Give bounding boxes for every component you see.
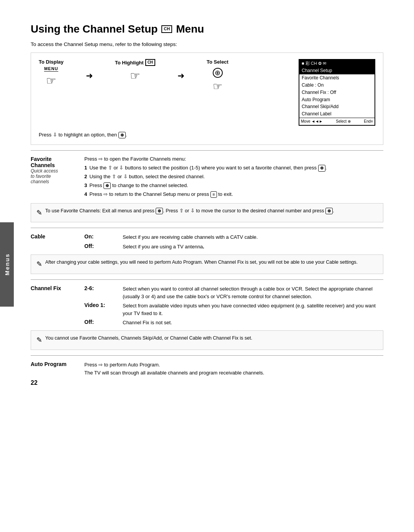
menu-item-channel-fix: Channel Fix : Off bbox=[299, 89, 375, 96]
favorite-step-1: 1 Use the ⇧ or ⇩ buttons to select the p… bbox=[84, 164, 383, 172]
menu-item-favorite: Favorite Channels bbox=[299, 74, 375, 82]
auto-program-desc1: Press ⇨ to perform Auto Program. bbox=[84, 361, 383, 369]
channel-menu-footer: Move ◄◄► Select ⊕ End≡ bbox=[299, 118, 375, 125]
intro-text: To access the Channel Setup menu, refer … bbox=[31, 41, 383, 47]
footer-end: End≡ bbox=[364, 119, 373, 124]
channel-fix-26-desc: Select when you want to control all chan… bbox=[123, 285, 383, 300]
auto-program-title: Auto Program bbox=[31, 361, 80, 377]
menu-item-auto-program: Auto Program bbox=[299, 96, 375, 103]
favorite-channels-title: FavoriteChannels bbox=[31, 156, 80, 168]
ch-highlight-icon: CH bbox=[145, 59, 155, 66]
cable-off-key: Off: bbox=[84, 243, 119, 251]
to-display-col: To Display MENU ☞ bbox=[39, 59, 64, 87]
menu-btn: ≡ bbox=[210, 191, 217, 198]
steps-row: To Display MENU ☞ ➜ To Highlight CH ☞ ➜ bbox=[39, 59, 375, 126]
footer-move: Move ◄◄► bbox=[301, 119, 323, 124]
cable-off-desc: Select if you are using a TV antenna. bbox=[123, 243, 383, 251]
page-number: 22 bbox=[31, 379, 38, 386]
divider-2 bbox=[31, 228, 383, 228]
plus-btn-note2: ⊕ bbox=[325, 208, 333, 214]
note-icon-2: ✎ bbox=[36, 259, 42, 270]
side-tab-label: Menus bbox=[4, 253, 10, 276]
arrow-1: ➜ bbox=[86, 71, 93, 81]
plus-btn-3: ⊕ bbox=[104, 182, 111, 189]
menu-item-cable: Cable : On bbox=[299, 82, 375, 89]
menu-item-channel-label: Channel Label bbox=[299, 110, 375, 118]
favorite-step-2: 2 Using the ⇧ or ⇩ button, select the de… bbox=[84, 173, 383, 181]
hand-menu-icon: ☞ bbox=[46, 74, 56, 87]
channel-fix-note-text: You cannot use Favorite Channels, Channe… bbox=[45, 335, 252, 346]
side-tab: Menus bbox=[0, 222, 14, 307]
cable-on-key: On: bbox=[84, 233, 119, 241]
plus-icon: ⊕ bbox=[213, 68, 223, 78]
plus-btn-note: ⊕ bbox=[156, 208, 163, 214]
to-highlight-label: To Highlight bbox=[115, 60, 144, 66]
hand-select-icon: ☞ bbox=[213, 80, 222, 93]
favorite-note: ✎ To use Favorite Channels: Exit all men… bbox=[31, 203, 383, 223]
channel-fix-video-key: Video 1: bbox=[84, 302, 119, 317]
favorite-step-3: 3 Press ⊕ to change to the channel selec… bbox=[84, 182, 383, 190]
channel-fix-note: ✎ You cannot use Favorite Channels, Chan… bbox=[31, 330, 383, 350]
auto-program-content: Press ⇨ to perform Auto Program. The TV … bbox=[84, 361, 383, 377]
divider-1 bbox=[31, 150, 383, 151]
channel-fix-off-key: Off: bbox=[84, 319, 119, 327]
divider-4 bbox=[31, 355, 383, 356]
menu-text: MENU bbox=[44, 66, 58, 72]
to-highlight-col: To Highlight CH ☞ bbox=[115, 59, 155, 82]
cable-title: Cable bbox=[31, 233, 80, 241]
arrow-2: ➜ bbox=[177, 71, 184, 81]
divider-3 bbox=[31, 279, 383, 280]
to-display-label: To Display bbox=[39, 59, 64, 65]
channel-fix-video-desc: Select from available video inputs when … bbox=[123, 302, 383, 317]
to-select-col: To Select ⊕ ☞ bbox=[207, 59, 228, 93]
menu-header-icons: ■ 彩 CH ✿ ✉ bbox=[302, 61, 326, 66]
footer-select: Select ⊕ bbox=[336, 119, 351, 124]
menu-item-channel-skip: Channel Skip/Add bbox=[299, 103, 375, 110]
step-labels: To Display MENU ☞ ➜ To Highlight CH ☞ ➜ bbox=[39, 59, 291, 93]
hand-highlight-icon: ☞ bbox=[130, 69, 140, 82]
to-select-label: To Select bbox=[207, 59, 228, 65]
cable-section: Cable On: Select if you are receiving ca… bbox=[31, 233, 383, 250]
favorite-channels-section: FavoriteChannels Quick accessto favorite… bbox=[31, 156, 383, 199]
channel-menu-header: ■ 彩 CH ✿ ✉ bbox=[299, 60, 375, 67]
channel-fix-off-desc: Channel Fix is not set. bbox=[123, 319, 383, 327]
favorite-channels-title-block: FavoriteChannels Quick accessto favorite… bbox=[31, 156, 80, 199]
note-icon-3: ✎ bbox=[36, 335, 42, 346]
plus-btn-2: ⊕ bbox=[318, 165, 325, 171]
channel-fix-section: Channel Fix 2-6: Select when you want to… bbox=[31, 285, 383, 327]
auto-program-section: Auto Program Press ⇨ to perform Auto Pro… bbox=[31, 361, 383, 377]
page: Menus Using the Channel Setup CH Menu To… bbox=[0, 0, 414, 402]
cable-note: ✎ After changing your cable settings, yo… bbox=[31, 255, 383, 274]
channel-menu: ■ 彩 CH ✿ ✉ Channel Setup Favorite Channe… bbox=[299, 59, 375, 126]
cable-on-desc: Select if you are receiving cable channe… bbox=[123, 233, 383, 241]
favorite-channels-subtitle: Quick accessto favoritechannels bbox=[31, 168, 80, 184]
channel-fix-26-key: 2-6: bbox=[84, 285, 119, 300]
favorite-note-text: To use Favorite Channels: Exit all menus… bbox=[45, 207, 334, 218]
page-title: Using the Channel Setup CH Menu bbox=[31, 23, 383, 35]
favorite-channels-content: Press ⇨ to open the Favorite Channels me… bbox=[84, 156, 383, 199]
press-note: Press ⇩ to highlight an option, then ⊕. bbox=[39, 132, 375, 138]
menu-icon-group: MENU ☞ bbox=[44, 66, 58, 87]
plus-btn: ⊕ bbox=[118, 132, 126, 138]
ch-icon: CH bbox=[161, 25, 172, 33]
favorite-channels-list: 1 Use the ⇧ or ⇩ buttons to select the p… bbox=[84, 164, 383, 198]
favorite-step-4: 4 Press ⇨ to return to the Channel Setup… bbox=[84, 190, 383, 199]
steps-box: To Display MENU ☞ ➜ To Highlight CH ☞ ➜ bbox=[31, 53, 383, 145]
favorite-channels-intro: Press ⇨ to open the Favorite Channels me… bbox=[84, 156, 383, 162]
cable-note-text: After changing your cable settings, you … bbox=[45, 259, 358, 270]
note-icon-1: ✎ bbox=[36, 208, 42, 218]
menu-item-channel-setup: Channel Setup bbox=[299, 67, 375, 74]
auto-program-desc2: The TV will scan through all available c… bbox=[84, 369, 383, 377]
channel-fix-title: Channel Fix bbox=[31, 285, 80, 300]
